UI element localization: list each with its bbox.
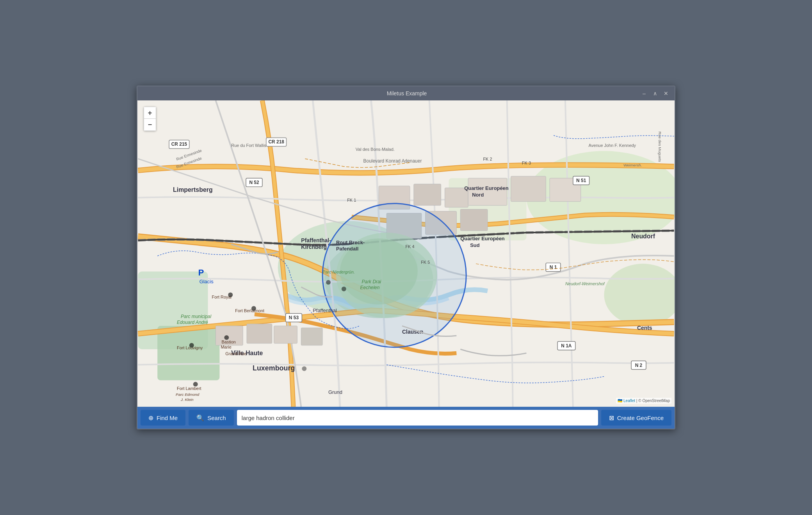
svg-text:Eechelen: Eechelen [360, 285, 380, 290]
svg-text:N 52: N 52 [249, 180, 259, 185]
svg-text:Edouard André: Edouard André [177, 320, 208, 325]
svg-point-92 [302, 367, 306, 371]
svg-text:Glacis: Glacis [199, 279, 214, 284]
svg-text:Parc Niedergrün.: Parc Niedergrün. [322, 270, 355, 274]
svg-text:Marie: Marie [221, 345, 231, 349]
find-me-label: Find Me [157, 415, 178, 421]
search-icon: 🔍 [196, 414, 204, 422]
svg-text:Grand-Rue: Grand-Rue [225, 351, 246, 356]
svg-text:N 51: N 51 [576, 178, 586, 183]
find-me-icon: ⊕ [148, 414, 153, 422]
svg-text:FK 3: FK 3 [522, 161, 531, 165]
svg-text:Rout Breck-: Rout Breck- [336, 240, 365, 245]
find-me-button[interactable]: ⊕ Find Me [141, 410, 185, 426]
map-svg: N 52 N 53 N 1 N 1A N 2 N 51 FK 1 FK 4 FK… [137, 100, 675, 407]
svg-rect-20 [301, 328, 322, 345]
svg-text:Pafendall: Pafendall [336, 246, 358, 252]
svg-text:Parc Edmond: Parc Edmond [176, 392, 199, 397]
minimize-button[interactable]: – [640, 89, 648, 97]
geofence-icon: ⊠ [609, 414, 614, 422]
svg-point-89 [224, 335, 229, 340]
svg-rect-9 [414, 184, 441, 206]
svg-text:Boulevard Konrad Adenauer: Boulevard Konrad Adenauer [363, 158, 422, 164]
zoom-in-button[interactable]: + [144, 107, 156, 119]
toolbar: ⊕ Find Me 🔍 Search ⊠ Create GeoFence [137, 407, 675, 429]
svg-point-88 [193, 382, 198, 386]
titlebar: Miletus Example – ∧ ✕ [137, 86, 675, 100]
create-geofence-label: Create GeoFence [617, 415, 664, 421]
svg-text:Neudorf: Neudorf [631, 233, 655, 240]
svg-text:Limpertsberg: Limpertsberg [173, 186, 213, 193]
svg-text:Quartier Européen: Quartier Européen [460, 236, 505, 241]
search-button[interactable]: 🔍 Search [189, 410, 234, 426]
create-geofence-button[interactable]: ⊠ Create GeoFence [601, 410, 671, 426]
svg-text:Pfaffenthal: Pfaffenthal [313, 308, 337, 313]
svg-text:N 53: N 53 [289, 315, 299, 320]
svg-point-86 [251, 306, 256, 311]
svg-text:Weimersh.: Weimersh. [623, 163, 642, 167]
search-input[interactable] [237, 410, 598, 426]
svg-text:Luxembourg: Luxembourg [253, 364, 295, 372]
svg-rect-15 [511, 176, 546, 202]
maximize-button[interactable]: ∧ [651, 89, 659, 97]
svg-text:Fort Lambert: Fort Lambert [177, 386, 201, 391]
svg-text:Sud: Sud [470, 242, 480, 248]
svg-text:Rue du Fort Wallis: Rue du Fort Wallis [231, 143, 266, 148]
svg-rect-13 [460, 209, 488, 231]
svg-text:J. Klein: J. Klein [180, 397, 194, 402]
svg-rect-19 [274, 326, 297, 343]
svg-point-23 [322, 204, 466, 347]
svg-text:Pfaffenthal-: Pfaffenthal- [301, 237, 331, 243]
svg-text:FK 5: FK 5 [421, 260, 430, 265]
svg-text:Kirchberg: Kirchberg [301, 244, 327, 250]
ukraine-flag: 🇺🇦 [618, 399, 622, 403]
zoom-out-button[interactable]: − [144, 119, 156, 131]
svg-text:Fort Berlaimont: Fort Berlaimont [235, 308, 264, 313]
svg-point-90 [326, 280, 331, 285]
svg-text:Quartier Européen: Quartier Européen [464, 185, 509, 191]
svg-rect-4 [157, 326, 219, 380]
svg-rect-18 [247, 324, 272, 343]
svg-text:Bastion: Bastion [221, 340, 235, 344]
svg-text:Nord: Nord [472, 192, 484, 198]
svg-text:N 2: N 2 [635, 363, 643, 368]
svg-text:Grund: Grund [328, 389, 342, 395]
app-window: Miletus Example – ∧ ✕ [137, 86, 675, 429]
svg-text:Neudorf-Weimershof: Neudorf-Weimershof [565, 281, 605, 286]
svg-text:Cents: Cents [637, 325, 652, 331]
svg-text:Val des Bons-Malad.: Val des Bons-Malad. [356, 147, 395, 152]
svg-text:CR 218: CR 218 [268, 139, 284, 145]
window-controls: – ∧ ✕ [640, 89, 670, 97]
map-attribution: 🇺🇦 Leaflet | © OpenStreetMap [616, 398, 671, 404]
leaflet-link[interactable]: Leaflet [623, 399, 635, 403]
svg-text:Parc municipal: Parc municipal [181, 314, 212, 319]
map-container[interactable]: N 52 N 53 N 1 N 1A N 2 N 51 FK 1 FK 4 FK… [137, 100, 675, 407]
svg-text:FK 4: FK 4 [405, 244, 414, 249]
svg-text:N 1A: N 1A [561, 343, 572, 349]
osm-attribution: © OpenStreetMap [638, 399, 670, 403]
svg-text:FK 1: FK 1 [347, 198, 356, 202]
svg-text:CR 215: CR 215 [171, 141, 187, 147]
window-title: Miletus Example [173, 90, 640, 97]
svg-point-87 [189, 343, 194, 348]
svg-text:P: P [198, 268, 204, 277]
svg-point-91 [342, 287, 346, 291]
svg-text:FK 2: FK 2 [483, 157, 492, 161]
close-button[interactable]: ✕ [662, 89, 670, 97]
svg-text:Rue des Muguets: Rue des Muguets [658, 132, 662, 162]
svg-point-85 [228, 292, 233, 297]
search-label: Search [207, 415, 226, 421]
svg-text:Avenue John F. Kennedy: Avenue John F. Kennedy [589, 143, 636, 148]
zoom-controls: + − [144, 107, 156, 131]
svg-text:Park Drai: Park Drai [362, 279, 381, 284]
